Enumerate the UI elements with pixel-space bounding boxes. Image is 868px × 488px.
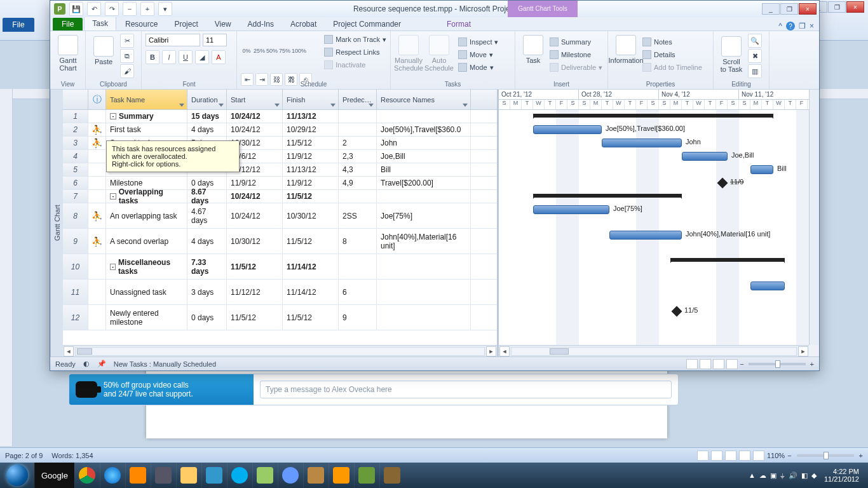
mark-on-track-button[interactable]: Mark on Track ▾	[324, 34, 386, 45]
day-header[interactable]: F	[796, 100, 808, 110]
row-indicator[interactable]	[88, 305, 106, 330]
cell-finish[interactable]: 10/29/12	[283, 123, 339, 136]
taskbar-media-icon[interactable]	[125, 463, 151, 488]
save-icon[interactable]: 💾	[69, 2, 83, 16]
row-number[interactable]: 8	[63, 203, 88, 228]
word-page-indicator[interactable]: Page: 2 of 9	[5, 452, 43, 459]
day-header[interactable]: M	[670, 100, 682, 110]
row-number[interactable]: 4	[63, 150, 88, 163]
row-number[interactable]: 9	[63, 229, 88, 254]
table-row[interactable]: 9 ⛹ A second overlap 4 days 10/30/12 11/…	[63, 229, 497, 254]
tab-resource[interactable]: Resource	[118, 18, 165, 30]
cell-resources[interactable]	[377, 305, 471, 330]
cell-finish[interactable]: 11/13/12	[283, 163, 339, 176]
fill-color-button[interactable]: ◢	[195, 50, 209, 64]
row-indicator[interactable]: ⛹	[88, 229, 106, 254]
day-header[interactable]: T	[785, 100, 796, 110]
cell-duration[interactable]: 7.33 days	[187, 254, 227, 279]
week-header[interactable]: Oct 21, '12	[499, 90, 579, 100]
taskbar-skype-icon[interactable]	[227, 463, 252, 488]
cell-start[interactable]: 11/5/12	[227, 254, 283, 279]
day-header[interactable]: T	[602, 100, 613, 110]
word-view-button[interactable]	[711, 451, 722, 461]
view-task-usage-icon[interactable]	[700, 359, 711, 369]
tray-icon[interactable]: ◆	[811, 471, 817, 480]
cell-task-name[interactable]: Unassigned task	[106, 280, 187, 304]
row-number[interactable]: 12	[63, 305, 88, 330]
table-row[interactable]: 8 ⛹ An overlapping task 4.67 days 10/24/…	[63, 203, 497, 229]
cut-icon[interactable]: ✂	[120, 34, 134, 48]
day-header[interactable]: S	[499, 100, 510, 110]
start-button[interactable]	[0, 463, 34, 488]
cell-task-name[interactable]: -Overlapping tasks	[106, 190, 187, 203]
day-header[interactable]: W	[773, 100, 785, 110]
view-team-planner-icon[interactable]	[713, 359, 724, 369]
cell-resources[interactable]: John[40%],Material[16 unit]	[377, 229, 471, 254]
col-indicators[interactable]: ⓘ	[88, 90, 106, 109]
gantt-chart-side-label[interactable]: Gantt Chart	[50, 90, 63, 356]
cell-resources[interactable]: John	[377, 137, 471, 149]
tray-icon[interactable]: ☁	[759, 471, 766, 480]
tab-view[interactable]: View	[207, 18, 239, 30]
day-header[interactable]: S	[739, 100, 750, 110]
week-header[interactable]: Oct 28, '12	[579, 90, 659, 100]
gantt-summary-bar[interactable]	[533, 194, 682, 198]
zoom-in-icon[interactable]: +	[140, 2, 154, 16]
day-header[interactable]: T	[545, 100, 556, 110]
row-indicator[interactable]	[88, 177, 106, 189]
cell-task-name[interactable]: An overlapping task	[106, 203, 187, 228]
cell-resources[interactable]: Joe[50%],Travel[$360.0	[377, 123, 471, 136]
project-close-button[interactable]: ×	[799, 3, 817, 15]
tab-addins[interactable]: Add-Ins	[240, 18, 281, 30]
day-header[interactable]: S	[728, 100, 739, 110]
gantt-task-bar[interactable]	[609, 231, 682, 240]
view-gantt-icon[interactable]	[686, 359, 698, 369]
taskbar-app-icon[interactable]	[151, 463, 176, 488]
cell-predecessors[interactable]: 2SS	[339, 203, 377, 228]
taskbar-chrome-icon[interactable]	[74, 463, 100, 488]
cell-duration[interactable]: 4.67 days	[187, 203, 227, 228]
move-button[interactable]: Move ▾	[458, 49, 498, 60]
col-finish[interactable]: Finish	[283, 90, 339, 109]
cell-predecessors[interactable]: 8	[339, 229, 377, 254]
row-indicator[interactable]	[88, 150, 106, 163]
cell-resources[interactable]	[377, 110, 471, 123]
cell-start[interactable]: 11/9/12	[227, 177, 283, 189]
cell-predecessors[interactable]	[339, 190, 377, 203]
row-indicator[interactable]: ⛹	[88, 123, 106, 136]
tray-icon[interactable]: ◧	[801, 471, 808, 480]
skype-message-input[interactable]: Type a message to Alex Ovecka here	[260, 381, 672, 398]
day-header[interactable]: T	[762, 100, 773, 110]
row-number[interactable]: 3	[63, 137, 88, 149]
row-indicator[interactable]	[88, 254, 106, 279]
day-header[interactable]: T	[625, 100, 636, 110]
cell-predecessors[interactable]: 2	[339, 137, 377, 149]
cell-task-name[interactable]: First task	[106, 123, 187, 136]
find-icon[interactable]: 🔍	[748, 34, 762, 48]
word-view-button[interactable]	[725, 451, 736, 461]
cell-duration[interactable]: 4 days	[187, 229, 227, 254]
taskbar-google[interactable]: Google	[34, 463, 74, 488]
italic-button[interactable]: I	[162, 50, 176, 64]
row-indicator[interactable]	[88, 190, 106, 203]
cell-start[interactable]: 11/12/12	[227, 280, 283, 304]
day-header[interactable]: T	[522, 100, 533, 110]
row-indicator[interactable]	[88, 110, 106, 123]
undo-icon[interactable]: ↶	[87, 2, 101, 16]
tray-icon[interactable]: ▲	[749, 471, 756, 479]
row-number[interactable]: 1	[63, 110, 88, 123]
gantt-body[interactable]: Joe[50%],Travel[$360.00]JohnJoe,BillBill…	[499, 110, 819, 356]
task-button[interactable]: Task	[519, 34, 547, 76]
day-header[interactable]: F	[716, 100, 728, 110]
gantt-task-bar[interactable]	[750, 165, 773, 174]
cell-resources[interactable]: Joe[75%]	[377, 203, 471, 228]
cell-task-name[interactable]: -Miscellaneous tasks	[106, 254, 187, 279]
row-number[interactable]: 10	[63, 254, 88, 279]
mode-button[interactable]: Mode ▾	[458, 62, 498, 73]
underline-button[interactable]: U	[179, 50, 193, 64]
word-maximize-button[interactable]: ❐	[828, 1, 846, 13]
gantt-task-bar[interactable]	[533, 125, 602, 134]
cell-finish[interactable]: 11/5/12	[283, 190, 339, 203]
tab-project-commander[interactable]: Project Commander	[325, 18, 409, 30]
inactivate-button[interactable]: Inactivate	[324, 59, 386, 71]
